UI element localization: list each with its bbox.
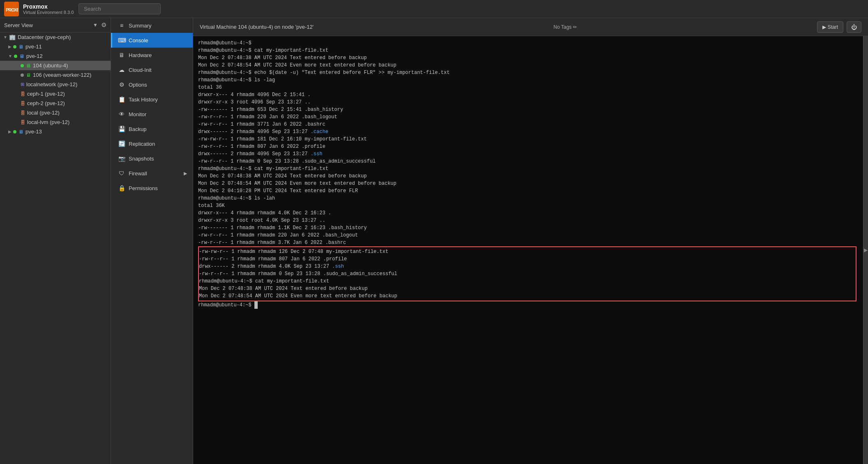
term-line-3: Mon Dec 2 07:48:54 AM UTC 2024 Even more… — [198, 62, 858, 69]
vm106-label: 106 (veeam-worker-122) — [33, 72, 91, 78]
term-line-14: -rw-r--r-- 1 rhmadm 807 Jan 6 2022 .prof… — [198, 143, 858, 150]
logo: PROXMOX Proxmox Virtual Environment 8.3.… — [4, 2, 74, 16]
term-line-16: -rw-r--r-- 1 rhmadm 0 Sep 23 13:28 .sudo… — [198, 158, 858, 165]
scroll-arrow-icon: ▶ — [864, 247, 868, 253]
summary-icon: ≡ — [118, 22, 125, 29]
hardware-icon: 🖥 — [118, 52, 125, 58]
hardware-label: Hardware — [129, 52, 152, 58]
pve12-icon: 🖥 — [19, 53, 24, 59]
search-input[interactable] — [78, 3, 161, 14]
nav-panel: ≡ Summary ⌨ Console 🖥 Hardware ☁ Cloud-I… — [111, 18, 193, 464]
snapshots-icon: 📷 — [118, 155, 125, 162]
nav-item-cloud-init[interactable]: ☁ Cloud-Init — [111, 62, 193, 77]
vm104-status-dot — [21, 64, 24, 67]
ssh-link: .ssh — [311, 151, 323, 157]
datacenter-icon: 🏢 — [9, 34, 16, 40]
term-line-1: rhmadm@ubuntu-4:~$ cat my-important-file… — [198, 47, 858, 54]
locallvm-icon: 🗄 — [21, 120, 25, 125]
console-label: Console — [129, 37, 148, 44]
term-hl-1: -rw-rw-r-- 1 rhmadm rhmadm 126 Dec 2 07:… — [199, 248, 856, 255]
cache-link: .cache — [311, 129, 328, 135]
header-actions: ▶ Start ⏻ — [817, 21, 861, 33]
vm104-icon: 🖥 — [26, 63, 31, 69]
term-line-2: Mon Dec 2 07:48:38 AM UTC 2024 Text ente… — [198, 54, 858, 62]
term-line-4: rhmadm@ubuntu-4:~$ echo $(date -u) "Text… — [198, 69, 858, 76]
term-line-23: drwxr-x--- 4 rhmadm rhmadm 4.0K Dec 2 16… — [198, 209, 858, 217]
sidebar-item-locallvm[interactable]: 🗄 local-lvm (pve-12) — [0, 117, 111, 127]
term-line-19: Mon Dec 2 07:48:54 AM UTC 2024 Even more… — [198, 180, 858, 187]
nav-item-firewall[interactable]: 🛡 Firewall ▶ — [111, 166, 193, 181]
permissions-icon: 🔒 — [118, 185, 125, 191]
nav-item-console[interactable]: ⌨ Console — [111, 33, 193, 48]
content-area: Virtual Machine 104 (ubuntu-4) on node '… — [193, 18, 868, 464]
term-hl-6: Mon Dec 2 07:48:38 AM UTC 2024 Text ente… — [199, 285, 856, 292]
svg-text:PROXMOX: PROXMOX — [6, 7, 18, 12]
page-title: Virtual Machine 104 (ubuntu-4) on node '… — [200, 24, 314, 30]
sidebar-item-ceph2[interactable]: 🗄 ceph-2 (pve-12) — [0, 99, 111, 108]
nav-item-permissions[interactable]: 🔒 Permissions — [111, 181, 193, 195]
options-icon: ⚙ — [118, 81, 125, 88]
app-name: Proxmox — [23, 3, 74, 10]
term-line-9: -rw------- 1 rhmadm 653 Dec 2 15:41 .bas… — [198, 106, 858, 113]
sidebar-gear-icon[interactable]: ⚙ — [101, 21, 106, 29]
tags-button[interactable]: No Tags ✏ — [554, 24, 577, 30]
pve13-icon: 🖥 — [18, 129, 23, 135]
tags-label: No Tags — [554, 24, 572, 30]
scrollbar-handle[interactable]: ▶ — [863, 36, 868, 464]
nav-item-replication[interactable]: 🔄 Replication — [111, 136, 193, 151]
power-button[interactable]: ⏻ — [847, 21, 861, 33]
sidebar-item-vm106[interactable]: 🖥 106 (veeam-worker-122) — [0, 70, 111, 80]
power-icon: ⏻ — [851, 24, 857, 30]
sidebar-item-localnetwork[interactable]: ⊞ localnetwork (pve-12) — [0, 80, 111, 89]
sidebar-item-pve13[interactable]: ▶ 🖥 pve-13 — [0, 127, 111, 136]
terminal[interactable]: rhmadm@ubuntu-4:~$ rhmadm@ubuntu-4:~$ ca… — [193, 36, 863, 464]
localnetwork-icon: ⊞ — [21, 82, 24, 87]
term-hl-5: rhmadm@ubuntu-4:~$ cat my-important-file… — [199, 278, 856, 285]
term-line-24: drwxr-xr-x 3 root root 4.0K Sep 23 13:27… — [198, 217, 858, 224]
term-prompt-last: rhmadm@ubuntu-4:~$ — [198, 301, 858, 309]
sidebar-item-pve12[interactable]: ▼ 🖥 pve-12 — [0, 51, 111, 61]
replication-label: Replication — [129, 141, 155, 147]
term-line-11: -rw-r--r-- 1 rhmadm 3771 Jan 6 2022 .bas… — [198, 121, 858, 128]
expand-arrow-datacenter: ▼ — [3, 35, 7, 39]
sidebar-item-datacenter[interactable]: ▼ 🏢 Datacenter (pve-ceph) — [0, 32, 111, 42]
vm106-icon: 🖥 — [26, 72, 31, 78]
firewall-icon: 🛡 — [118, 170, 125, 177]
nav-item-monitor[interactable]: 👁 Monitor — [111, 107, 193, 122]
expand-arrow-pve13: ▶ — [8, 129, 12, 134]
sidebar-item-vm104[interactable]: 🖥 104 (ubuntu-4) — [0, 61, 111, 70]
term-line-6: total 36 — [198, 84, 858, 91]
term-hl-4: -rw-r--r-- 1 rhmadm rhmadm 0 Sep 23 13:2… — [199, 270, 856, 278]
tags-edit-icon: ✏ — [573, 24, 577, 30]
options-label: Options — [129, 82, 147, 88]
start-play-icon: ▶ — [822, 24, 826, 30]
cloud-init-icon: ☁ — [118, 67, 125, 73]
snapshots-label: Snapshots — [129, 156, 154, 162]
datacenter-label: Datacenter (pve-ceph) — [18, 34, 71, 40]
sidebar-item-pve11[interactable]: ▶ 🖥 pve-11 — [0, 42, 111, 51]
term-line-5: rhmadm@ubuntu-4:~$ ls -lag — [198, 76, 858, 84]
start-button[interactable]: ▶ Start — [817, 21, 843, 33]
permissions-label: Permissions — [129, 185, 158, 191]
nav-item-backup[interactable]: 💾 Backup — [111, 122, 193, 136]
sidebar-title: Server View — [4, 22, 33, 28]
nav-item-hardware[interactable]: 🖥 Hardware — [111, 48, 193, 62]
term-line-20: Mon Dec 2 04:10:28 PM UTC 2024 Text ente… — [198, 187, 858, 195]
nav-item-summary[interactable]: ≡ Summary — [111, 18, 193, 33]
sidebar-item-local[interactable]: 🗄 local (pve-12) — [0, 108, 111, 117]
sidebar-header: Server View ▼ ⚙ — [0, 18, 111, 32]
terminal-container: rhmadm@ubuntu-4:~$ rhmadm@ubuntu-4:~$ ca… — [193, 36, 868, 464]
sidebar-dropdown-arrow[interactable]: ▼ — [93, 22, 98, 28]
vm106-status-dot — [21, 74, 24, 77]
nav-item-task-history[interactable]: 📋 Task History — [111, 92, 193, 107]
term-line-22: total 36K — [198, 202, 858, 209]
pve12-label: pve-12 — [26, 53, 43, 59]
nav-item-snapshots[interactable]: 📷 Snapshots — [111, 151, 193, 166]
sidebar-item-ceph1[interactable]: 🗄 ceph-1 (pve-12) — [0, 89, 111, 99]
pve11-status-dot — [13, 45, 16, 48]
nav-item-options[interactable]: ⚙ Options — [111, 77, 193, 92]
firewall-label: Firewall — [129, 170, 147, 177]
backup-icon: 💾 — [118, 126, 125, 132]
content-header: Virtual Machine 104 (ubuntu-4) on node '… — [193, 18, 868, 36]
term-hl-2: -rw-r--r-- 1 rhmadm rhmadm 807 Jan 6 202… — [199, 255, 856, 263]
